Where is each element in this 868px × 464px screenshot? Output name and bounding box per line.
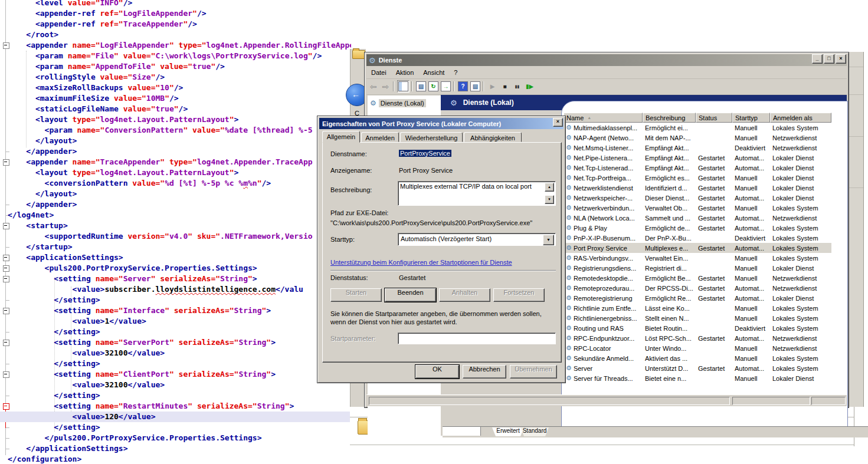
service-row[interactable]: ⚙NAP-Agent (Netwo...Mit dem NAP-...Manue… [564,133,831,143]
service-row[interactable]: ⚙Richtlinie zum Entfe...Lässt eine Ko...… [564,303,831,313]
service-gear-icon: ⚙ [566,255,572,261]
help-icon[interactable]: ? [457,81,469,92]
code-line: <value>32100</value> [0,348,351,358]
menu-item-?[interactable]: ? [449,68,462,77]
service-gear-icon: ⚙ [566,215,572,221]
starten-button[interactable]: Starten [330,288,382,302]
view-tab-standard[interactable]: Standard [520,427,549,436]
service-row[interactable]: ⚙Remoteprozedurau...Der RPCSS-Di...Gesta… [564,283,831,293]
service-row[interactable]: ⚙Registrierungsdiens...Registriert di...… [564,263,831,273]
code-editor[interactable]: <level value="INFO"/> <appender-ref ref=… [0,0,351,464]
code-line: <conversionPattern value="%d [%t] %-5p %… [0,178,351,189]
service-row-selected[interactable]: ⚙Port Proxy ServiceMultiplexes e...Gesta… [564,243,831,253]
properties-icon[interactable]: ▤ [415,81,427,92]
service-row[interactable]: ⚙Netzwerkverbindun...Verwaltet Ob...Gest… [564,203,831,213]
services-title-bar[interactable]: ⚙ Dienste [366,54,847,66]
column-header-anmeldenals[interactable]: Anmelden als [770,113,831,123]
service-row[interactable]: ⚙Remotedesktopdie...Ermöglicht Be...Gest… [564,273,831,283]
start-service-icon[interactable]: ▶ [487,81,498,92]
export-list-icon[interactable]: → [440,81,451,92]
service-gear-icon: ⚙ [566,345,572,351]
service-row[interactable]: ⚙RPC-LocatorUnter Windo...ManuellNetzwer… [564,343,831,353]
anhalten-button[interactable]: Anhalten [439,288,490,302]
code-line: <appender-ref ref="LogFileAppender"/> [0,8,351,19]
show-console-tree-icon[interactable] [397,80,410,93]
service-row[interactable]: ⚙Netzwerkspeicher-...Dieser Dienst...Ges… [564,193,831,203]
service-row[interactable]: ⚙ServerUnterstützt D...GestartetAutomat.… [564,363,831,373]
minimize-button[interactable]: _ [812,54,823,64]
service-gear-icon: ⚙ [566,295,572,301]
dialog-tab-anmelden[interactable]: Anmelden [361,132,399,142]
table-header: Name▲BeschreibungStatusStarttypAnmelden … [564,113,831,123]
column-header-name[interactable]: Name▲ [564,113,643,123]
beenden-button[interactable]: Beenden [385,288,436,302]
scroll-up-icon[interactable]: ▲ [545,183,554,192]
pause-service-icon[interactable]: ▮▮ [512,81,523,92]
startparameter-hint: Sie können die Startparameter angeben, d… [330,310,550,326]
service-row[interactable]: ⚙RAS-Verbindungsv...Verwaltet Ein...Manu… [564,253,831,263]
dienststatus-label: Dienststatus: [330,274,368,281]
service-row[interactable]: ⚙Richtlinienergebniss...Stellt einen N..… [564,313,831,323]
tree-item-dienste-lokal[interactable]: ⚙ Dienste (Lokal) [370,99,426,107]
menu-item-ansicht[interactable]: Ansicht [418,68,449,77]
service-row[interactable]: ⚙PnP-X-IP-Busenum...Der PnP-X-Bu...Deakt… [564,233,831,243]
properties-dialog: Eigenschaften von Port Proxy Service (Lo… [317,116,566,383]
fortsetzen-button[interactable]: Fortsetzen [493,288,545,302]
beschreibung-textarea[interactable]: Multiplexes external TCP/IP data on loca… [398,181,556,206]
ok-button[interactable]: OK [415,365,459,379]
close-icon[interactable]: × [553,118,563,127]
column-header-starttyp[interactable]: Starttyp [732,113,770,123]
service-row[interactable]: ⚙Net.Msmq-Listener...Empfängt Akt...Deak… [564,143,831,153]
dienstname-value[interactable]: PortProxyService [399,150,451,157]
service-row[interactable]: ⚙Net.Pipe-Listenera...Empfängt Akt...Ges… [564,153,831,163]
column-header-beschreibung[interactable]: Beschreibung [643,113,696,123]
service-row[interactable]: ⚙Sekundäre Anmeld...Aktiviert das ...Man… [564,353,831,363]
chevron-down-icon[interactable]: ▼ [543,235,554,245]
property-window-icon[interactable]: ▤ [470,81,481,92]
back-icon[interactable]: ⇦ [368,81,379,92]
service-row[interactable]: ⚙NLA (Network Loca...Sammelt und ...Gest… [564,213,831,223]
dialog-tab-wiederherstellung[interactable]: Wiederherstellung [400,132,463,142]
code-line: <setting name="Interface" serializeAs="S… [0,305,351,316]
code-line: <value>120</value> [0,412,351,422]
code-line: </layout> [0,136,351,146]
uebernehmen-button[interactable]: Übernehmen [510,365,557,379]
service-gear-icon: ⚙ [566,305,572,311]
service-row[interactable]: ⚙Plug & PlayErmöglicht de...GestartetAut… [564,223,831,233]
code-line: </startup> [0,242,351,252]
service-row[interactable]: ⚙Net.Tcp-Listenerad...Empfängt Akt...Ges… [564,163,831,173]
refresh-icon[interactable]: ↻ [428,81,439,92]
startparameter-input[interactable] [398,333,556,344]
menu-item-datei[interactable]: Datei [366,68,391,77]
stop-service-icon[interactable]: ■ [499,81,510,92]
startoptions-help-link[interactable]: Unterstützung beim Konfigurieren der Sta… [330,259,512,266]
dialog-tab-allgemein[interactable]: Allgemein [322,131,360,143]
starttyp-combobox[interactable]: Automatisch (Verzögerter Start) ▼ [398,233,556,246]
column-header-status[interactable]: Status [696,113,732,123]
service-row[interactable]: ⚙RemoteregistrierungErmöglicht Re...Gest… [564,293,831,303]
divider [330,270,556,271]
service-gear-icon: ⚙ [566,124,572,131]
service-gear-icon: ⚙ [566,325,572,331]
service-row[interactable]: ⚙Routing und RASBietet Routin...Deaktivi… [564,323,831,333]
service-row[interactable]: ⚙NetzwerklistendienstIdentifiziert d...G… [564,183,831,193]
forward-icon[interactable]: ⇨ [380,81,391,92]
code-line: </appender> [0,146,351,157]
dialog-tab-abhngigkeiten[interactable]: Abhängigkeiten [464,132,522,142]
close-button[interactable]: × [836,54,846,64]
maximize-button[interactable]: □ [824,54,834,64]
starttyp-label: Starttyp: [330,236,355,243]
dienstname-label: Dienstname: [330,150,367,157]
service-row[interactable]: ⚙Net.Tcp-Portfreiga...Ermöglicht es...Ge… [564,173,831,183]
code-line: <appender name="TraceAppender" type="log… [0,157,351,167]
service-row[interactable]: ⚙Server für Threads...Bietet eine n...Ma… [564,373,831,383]
service-row[interactable]: ⚙RPC-Endpunktzuor...Löst RPC-Sch...Gesta… [564,333,831,343]
code-line: <param name="AppendToFile" value="true"/… [0,61,351,72]
dialog-title-bar[interactable]: Eigenschaften von Port Proxy Service (Lo… [319,118,564,129]
code-line: </applicationSettings> [0,443,351,454]
restart-service-icon[interactable]: ▮▶ [524,81,535,92]
abbrechen-button[interactable]: Abbrechen [463,365,506,379]
service-row[interactable]: ⚙Multimediaklassenpl...Ermöglicht ei...M… [564,123,831,133]
menu-item-aktion[interactable]: Aktion [391,68,419,77]
scroll-down-icon[interactable]: ▼ [545,195,554,204]
